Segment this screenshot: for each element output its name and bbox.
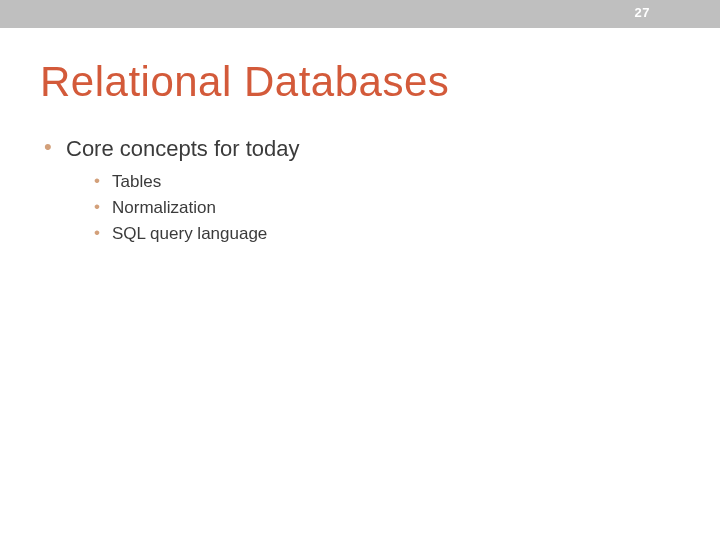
bullet-list-level1: Core concepts for today Tables Normaliza…	[44, 136, 680, 244]
page-number: 27	[635, 5, 650, 20]
bullet-sub-2: SQL query language	[94, 224, 680, 244]
slide-content: Relational Databases Core concepts for t…	[0, 28, 720, 244]
bullet-main: Core concepts for today Tables Normaliza…	[44, 136, 680, 244]
bullet-main-text: Core concepts for today	[66, 136, 300, 161]
bullet-sub-0: Tables	[94, 172, 680, 192]
slide-title: Relational Databases	[40, 58, 680, 106]
bullet-sub-1: Normalization	[94, 198, 680, 218]
header-bar: 27	[0, 0, 720, 28]
bullet-list-level2: Tables Normalization SQL query language	[94, 172, 680, 244]
